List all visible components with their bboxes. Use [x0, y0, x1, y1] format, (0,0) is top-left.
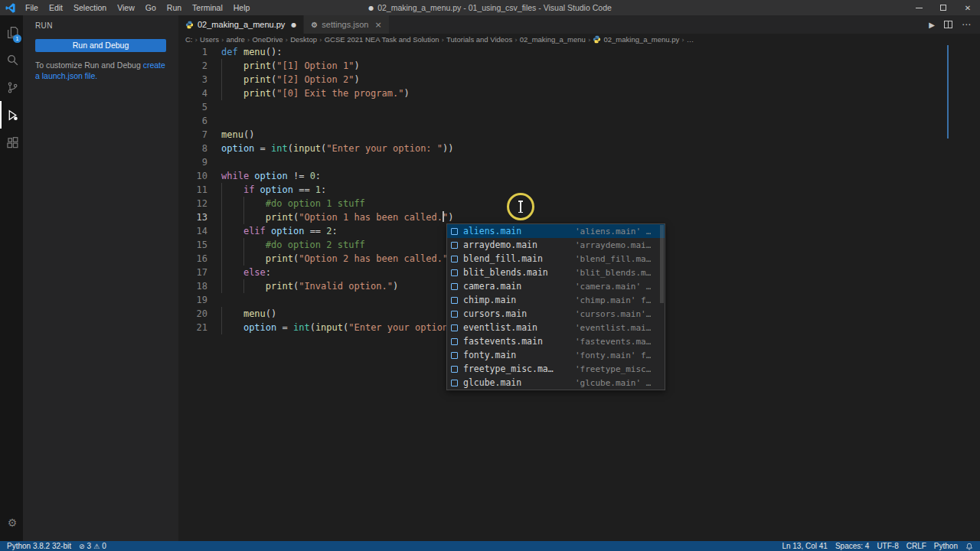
- error-count: 3: [87, 542, 92, 550]
- minimap[interactable]: [910, 47, 946, 95]
- indent-guide: [221, 266, 222, 279]
- menu-edit[interactable]: Edit: [44, 0, 68, 15]
- chevron-right-icon: ›: [514, 36, 518, 44]
- status-eol[interactable]: CRLF: [903, 542, 930, 550]
- line-number: 16: [178, 252, 207, 266]
- code-line[interactable]: 6: [178, 114, 980, 128]
- line-number: 6: [178, 114, 207, 128]
- indent-guide: [221, 59, 222, 73]
- suggest-item[interactable]: aliens.main'aliens.main' …: [447, 224, 665, 238]
- breadcrumb-item[interactable]: OneDrive: [252, 35, 283, 44]
- code-line[interactable]: 9: [178, 155, 980, 169]
- menu-view[interactable]: View: [112, 0, 140, 15]
- breadcrumb-item[interactable]: C:: [185, 35, 193, 44]
- breadcrumb-item[interactable]: Desktop: [290, 35, 317, 44]
- code-line[interactable]: 1def menu():: [178, 45, 980, 59]
- chevron-right-icon: ›: [681, 36, 684, 44]
- suggest-item[interactable]: glcube.main'glcube.main' …: [447, 376, 665, 390]
- suggest-item[interactable]: chimp.main'chimp.main' f…: [447, 293, 665, 307]
- breadcrumb-item[interactable]: andre: [227, 35, 245, 44]
- python-interpreter[interactable]: Python 3.8.2 32-bit: [3, 542, 75, 550]
- suggest-label: eventlist.main: [463, 322, 575, 333]
- line-number: 3: [178, 73, 207, 86]
- notifications-bell-icon[interactable]: [962, 543, 977, 550]
- line-number: 21: [178, 321, 207, 334]
- run-and-debug-icon[interactable]: [0, 101, 23, 129]
- tab-settings.json[interactable]: ⚙settings.json×: [304, 15, 389, 34]
- code-line[interactable]: 10while option != 0:: [178, 169, 980, 183]
- minimize-button[interactable]: [906, 0, 931, 15]
- close-tab-icon[interactable]: ×: [374, 20, 381, 30]
- breadcrumb-item[interactable]: GCSE 2021 NEA Task and Solution: [325, 35, 439, 44]
- status-cursor-position[interactable]: Ln 13, Col 41: [778, 542, 831, 550]
- line-number: 19: [178, 293, 207, 307]
- line-number: 18: [178, 279, 207, 293]
- breadcrumb-item[interactable]: 02_making_a_menu: [520, 35, 586, 44]
- code-line[interactable]: 8option = int(input("Enter your option: …: [178, 142, 980, 155]
- breadcrumb-item[interactable]: Users: [200, 35, 219, 44]
- code-line[interactable]: 4 print("[0] Exit the program."): [178, 86, 980, 100]
- code-line[interactable]: 13 print("Option 1 has been called."): [178, 210, 980, 224]
- suggest-label: freetype_misc.ma…: [463, 364, 575, 374]
- menu-go[interactable]: Go: [140, 0, 162, 15]
- menu-file[interactable]: File: [20, 0, 44, 15]
- breadcrumb-label: Desktop: [290, 35, 317, 44]
- suggest-item[interactable]: freetype_misc.ma…'freetype_misc…: [447, 362, 665, 376]
- code-line[interactable]: 7menu(): [178, 128, 980, 142]
- suggest-item[interactable]: blend_fill.main'blend_fill.ma…: [447, 252, 665, 266]
- source-control-icon[interactable]: [0, 73, 23, 101]
- extensions-icon[interactable]: [0, 129, 23, 156]
- menu-run[interactable]: Run: [162, 0, 187, 15]
- suggest-detail: 'glcube.main' …: [575, 378, 651, 388]
- menu-selection[interactable]: Selection: [68, 0, 112, 15]
- search-icon[interactable]: [0, 46, 23, 73]
- window-title: ● 02_making_a_menu.py - 01_using_csv_fil…: [368, 3, 612, 12]
- status-encoding[interactable]: UTF-8: [873, 542, 902, 550]
- suggest-scrollbar[interactable]: [660, 225, 664, 303]
- suggest-detail: 'aliens.main' …: [575, 227, 651, 236]
- status-indentation[interactable]: Spaces: 4: [831, 542, 873, 550]
- module-icon: [451, 338, 458, 345]
- editor[interactable]: 1def menu():2 print("[1] Option 1")3 pri…: [178, 45, 980, 541]
- menu-help[interactable]: Help: [228, 0, 256, 15]
- run-python-file-icon[interactable]: ▶: [929, 21, 935, 29]
- line-number: 7: [178, 128, 207, 142]
- close-window-button[interactable]: ✕: [956, 0, 980, 15]
- breadcrumb-item[interactable]: Tutorials and Videos: [446, 35, 512, 44]
- code-line[interactable]: 5: [178, 100, 980, 114]
- suggest-label: fonty.main: [463, 350, 575, 360]
- problems-indicator[interactable]: ⊘ 3 ⚠ 0: [75, 542, 110, 550]
- modified-dot-icon[interactable]: ●: [291, 21, 296, 28]
- code-line[interactable]: 11 if option == 1:: [178, 183, 980, 197]
- suggest-item[interactable]: eventlist.main'eventlist.mai…: [447, 321, 665, 334]
- tab-bar-tabs: 02_making_a_menu.py●⚙settings.json×: [178, 15, 390, 34]
- line-number: 20: [178, 307, 207, 321]
- breadcrumb-label: C:: [185, 35, 193, 44]
- code-line[interactable]: 2 print("[1] Option 1"): [178, 59, 980, 73]
- explorer-icon[interactable]: 1: [0, 18, 23, 46]
- suggest-item[interactable]: camera.main'camera.main' …: [447, 279, 665, 293]
- suggest-item[interactable]: cursors.main'cursors.main'…: [447, 307, 665, 321]
- tab-02_making_a_menu.py[interactable]: 02_making_a_menu.py●: [178, 15, 304, 34]
- suggest-item[interactable]: fastevents.main'fastevents.ma…: [447, 334, 665, 348]
- code-text: if option == 1:: [221, 183, 326, 197]
- split-editor-icon[interactable]: [944, 21, 952, 28]
- suggest-item[interactable]: arraydemo.main'arraydemo.mai…: [447, 238, 665, 252]
- more-actions-icon[interactable]: ⋯: [962, 19, 971, 30]
- status-language-mode[interactable]: Python: [930, 542, 962, 550]
- suggest-item[interactable]: fonty.main'fonty.main' f…: [447, 348, 665, 362]
- breadcrumb-item[interactable]: 02_making_a_menu.py: [593, 35, 679, 44]
- title-bar: FileEditSelectionViewGoRunTerminalHelp ●…: [0, 0, 980, 15]
- suggest-widget: aliens.main'aliens.main' …arraydemo.main…: [446, 223, 665, 390]
- code-line[interactable]: 12 #do option 1 stuff: [178, 197, 980, 210]
- breadcrumb-item[interactable]: …: [687, 35, 694, 44]
- code-line[interactable]: 3 print("[2] Option 2"): [178, 73, 980, 86]
- suggest-label: aliens.main: [463, 226, 575, 236]
- run-and-debug-button[interactable]: Run and Debug: [35, 39, 166, 52]
- maximize-button[interactable]: [931, 0, 956, 15]
- module-icon: [451, 380, 458, 386]
- breadcrumb-label: …: [687, 35, 694, 44]
- suggest-item[interactable]: blit_blends.main'blit_blends.m…: [447, 266, 665, 279]
- menu-terminal[interactable]: Terminal: [187, 0, 228, 15]
- settings-gear-icon[interactable]: ⚙: [0, 509, 23, 536]
